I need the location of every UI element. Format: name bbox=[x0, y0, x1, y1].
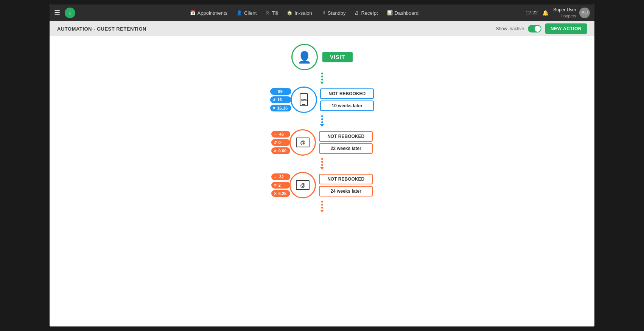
sms-node-info: NOT REBOOKED 10 weeks later bbox=[320, 88, 374, 111]
email-1-node-info: NOT REBOOKED 22 weeks later bbox=[319, 131, 373, 154]
connector-blue-1 bbox=[320, 113, 324, 129]
cross-icon-3: ✕ bbox=[274, 192, 277, 196]
email-node-2[interactable]: → 32 ↺ 2 ✕ 6.25 NOT REBOOKED bbox=[271, 172, 373, 198]
nav-links-container: 📅 Appointments 👤 Client ⚖ Till 🏠 In-salo… bbox=[83, 10, 526, 16]
insalon-icon: 🏠 bbox=[287, 10, 292, 15]
nav-till[interactable]: ⚖ Till bbox=[266, 10, 278, 16]
email2-weeks-later-badge: 24 weeks later bbox=[319, 186, 373, 196]
dot-2 bbox=[321, 76, 323, 77]
email-2-node-info: NOT REBOOKED 24 weeks later bbox=[319, 174, 373, 196]
dashboard-icon: 📊 bbox=[387, 10, 393, 15]
dot-o3 bbox=[321, 164, 323, 166]
till-label: Till bbox=[272, 10, 278, 16]
hamburger-menu-button[interactable]: ☰ bbox=[54, 9, 60, 17]
appointments-icon: 📅 bbox=[190, 10, 196, 15]
show-inactive-toggle[interactable] bbox=[528, 25, 541, 32]
email-1-circle bbox=[289, 129, 316, 156]
standby-icon: ⏸ bbox=[321, 10, 326, 15]
email-2-node-stats: → 32 ↺ 2 ✕ 6.25 bbox=[271, 173, 290, 197]
nav-right-section: 12:22 🔔 Super User Hoopers SU bbox=[526, 7, 590, 19]
dot-b3 bbox=[321, 121, 323, 123]
user-avatar: SU bbox=[579, 8, 590, 18]
dot-o4 bbox=[321, 201, 323, 203]
dot-1 bbox=[321, 73, 323, 74]
bell-icon[interactable]: 🔔 bbox=[542, 10, 549, 16]
nav-dashboard[interactable]: 📊 Dashboard bbox=[387, 10, 419, 16]
person-icon: 👤 bbox=[297, 51, 311, 64]
nav-insalon[interactable]: 🏠 In-salon bbox=[287, 10, 312, 16]
subheader: AUTOMATION - GUEST RETENTION Show Inacti… bbox=[50, 21, 594, 36]
user-name: Super User Hoopers bbox=[553, 7, 576, 19]
sms-stat-send: → 99 bbox=[270, 88, 292, 95]
sms-stat-recur: ↺ 16 bbox=[270, 96, 292, 103]
email1-weeks-later-badge: 22 weeks later bbox=[319, 143, 373, 154]
connector-orange-1 bbox=[320, 156, 324, 172]
dot-3 bbox=[321, 79, 323, 80]
email2-stat-send: → 32 bbox=[271, 173, 290, 180]
sms-icon: SMS bbox=[300, 93, 308, 106]
new-action-button[interactable]: NEW ACTION bbox=[545, 23, 587, 34]
email2-not-rebooked-badge: NOT REBOOKED bbox=[319, 174, 373, 184]
email1-stat-recur: ↺ 0 bbox=[271, 139, 290, 146]
arrow-down-orange-2 bbox=[320, 210, 324, 212]
dashboard-label: Dashboard bbox=[395, 10, 419, 16]
dot-o5 bbox=[321, 204, 323, 206]
recur-icon-2: ↺ bbox=[274, 141, 277, 145]
arrow-down-blue bbox=[320, 124, 324, 127]
dot-o1 bbox=[321, 158, 323, 160]
main-content: 👤 VISIT → 99 ↺ bbox=[50, 36, 594, 326]
sms-node-stats: → 99 ↺ 16 ✕ 16.16 bbox=[270, 88, 292, 111]
dot-o6 bbox=[321, 207, 323, 209]
dot-b2 bbox=[321, 118, 323, 120]
receipt-label: Receipt bbox=[361, 10, 378, 16]
sms-weeks-later-badge: 10 weeks later bbox=[320, 101, 374, 111]
user-info[interactable]: Super User Hoopers SU bbox=[553, 7, 590, 19]
sms-node[interactable]: → 99 ↺ 16 ✕ 16.16 SMS bbox=[270, 87, 374, 113]
dot-b1 bbox=[321, 115, 323, 117]
subheader-right: Show Inactive NEW ACTION bbox=[496, 23, 587, 34]
nav-time: 12:22 bbox=[526, 10, 538, 15]
email1-stat-send: → 46 bbox=[271, 131, 290, 138]
email-1-node-stats: → 46 ↺ 0 ✕ 0.00 bbox=[271, 131, 290, 154]
insalon-label: In-salon bbox=[294, 10, 312, 16]
nav-standby[interactable]: ⏸ Standby bbox=[321, 10, 346, 16]
email2-stat-recur: ↺ 2 bbox=[271, 182, 290, 189]
nav-appointments[interactable]: 📅 Appointments bbox=[190, 10, 228, 16]
standby-label: Standby bbox=[328, 10, 346, 16]
sms-circle: SMS bbox=[291, 87, 317, 113]
email-2-circle bbox=[289, 172, 316, 198]
page-title: AUTOMATION - GUEST RETENTION bbox=[57, 26, 146, 32]
receipt-icon: 🖨 bbox=[355, 10, 359, 15]
nav-receipt[interactable]: 🖨 Receipt bbox=[355, 10, 378, 16]
arrow-down-orange-1 bbox=[320, 167, 324, 170]
phone-icon: SMS bbox=[300, 93, 308, 106]
arrow-right-icon: → bbox=[272, 90, 276, 94]
appointments-label: Appointments bbox=[198, 10, 228, 16]
email2-stat-cross: ✕ 6.25 bbox=[271, 190, 290, 197]
recur-icon: ↺ bbox=[272, 98, 275, 102]
visit-label: VISIT bbox=[322, 52, 353, 62]
logo-icon[interactable]: i bbox=[65, 8, 75, 18]
client-label: Client bbox=[244, 10, 257, 16]
recur-icon-3: ↺ bbox=[274, 183, 277, 187]
email1-stat-cross: ✕ 0.00 bbox=[271, 147, 290, 154]
cross-icon: ✕ bbox=[272, 106, 275, 110]
email-node-1[interactable]: → 46 ↺ 0 ✕ 0.00 NOT REBOOKED bbox=[271, 129, 373, 156]
email-icon-2 bbox=[296, 180, 310, 190]
connector-green-1 bbox=[320, 70, 324, 87]
cross-icon-2: ✕ bbox=[274, 149, 277, 153]
till-icon: ⚖ bbox=[266, 10, 270, 15]
show-inactive-label: Show Inactive bbox=[496, 26, 524, 31]
arrow-down-green bbox=[320, 82, 324, 84]
arrow-right-icon-3: → bbox=[274, 175, 277, 179]
arrow-right-icon-2: → bbox=[274, 132, 277, 136]
client-icon: 👤 bbox=[236, 10, 242, 15]
top-navigation: ☰ i 📅 Appointments 👤 Client ⚖ Till 🏠 In-… bbox=[50, 5, 594, 21]
email1-not-rebooked-badge: NOT REBOOKED bbox=[319, 131, 373, 142]
visit-node[interactable]: 👤 VISIT bbox=[291, 44, 353, 70]
flow-canvas: 👤 VISIT → 99 ↺ bbox=[208, 36, 436, 326]
nav-client[interactable]: 👤 Client bbox=[236, 10, 257, 16]
dot-o2 bbox=[321, 161, 323, 163]
visit-circle: 👤 bbox=[291, 44, 318, 70]
sms-stat-cross: ✕ 16.16 bbox=[270, 105, 292, 111]
